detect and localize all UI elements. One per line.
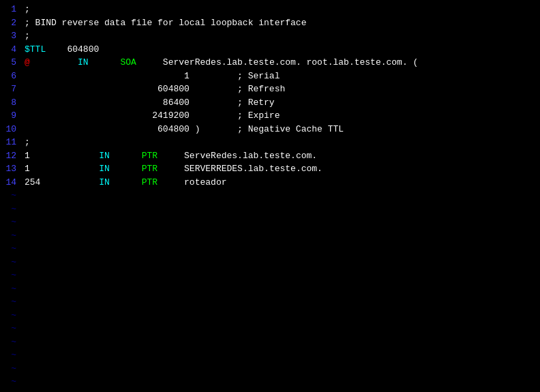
code-line: 1 ; Serial [25, 70, 537, 83]
line-numbers: 1234567891011121314~~~~~~~~~~~~~~~~~~~~~… [0, 0, 19, 392]
code-line: ; BIND reverse data file for local loopb… [25, 16, 537, 30]
empty-code-line [25, 348, 537, 362]
empty-line-number: ~ [3, 375, 16, 389]
code-content[interactable]: ;; BIND reverse data file for local loop… [19, 0, 540, 392]
empty-code-line [25, 202, 537, 216]
line-number: 1 [3, 3, 16, 16]
code-line: 1 IN PTR SERVERREDES.lab.teste.com. [25, 162, 537, 176]
empty-line-number: ~ [3, 202, 16, 216]
empty-line-number: ~ [3, 229, 16, 243]
code-editor: 1234567891011121314~~~~~~~~~~~~~~~~~~~~~… [0, 0, 540, 392]
line-number: 8 [3, 96, 16, 110]
line-number: 4 [3, 43, 16, 57]
line-number: 14 [3, 176, 16, 190]
empty-line-number: ~ [3, 335, 16, 349]
empty-line-number: ~ [3, 322, 16, 335]
empty-code-line [25, 322, 537, 335]
code-line: 604800 ) ; Negative Cache TTL [25, 123, 537, 136]
empty-line-number: ~ [3, 348, 16, 362]
empty-code-line [25, 295, 537, 309]
code-line: ; [25, 29, 537, 43]
code-line: 86400 ; Retry [25, 96, 537, 110]
empty-code-line [25, 215, 537, 229]
code-line: 1 IN PTR ServeRedes.lab.teste.com. [25, 149, 537, 163]
line-number: 13 [3, 162, 16, 176]
line-number: 2 [3, 16, 16, 30]
code-line: $TTL 604800 [25, 43, 537, 57]
code-line: @ IN SOA ServerRedes.lab.teste.com. root… [25, 56, 537, 70]
empty-line-number: ~ [3, 242, 16, 256]
empty-code-line [25, 269, 537, 282]
line-number: 6 [3, 70, 16, 83]
code-line: 604800 ; Refresh [25, 82, 537, 96]
line-number: 12 [3, 149, 16, 163]
line-number: 3 [3, 29, 16, 43]
empty-code-line [25, 389, 537, 393]
line-number: 9 [3, 109, 16, 123]
code-line: ; [25, 136, 537, 149]
empty-line-number: ~ [3, 189, 16, 202]
empty-code-line [25, 242, 537, 256]
empty-line-number: ~ [3, 282, 16, 296]
empty-line-number: ~ [3, 215, 16, 229]
empty-line-number: ~ [3, 362, 16, 376]
line-number: 11 [3, 136, 16, 149]
code-line: 2419200 ; Expire [25, 109, 537, 123]
empty-code-line [25, 282, 537, 296]
line-number: 10 [3, 123, 16, 136]
empty-line-number: ~ [3, 309, 16, 322]
empty-code-line [25, 229, 537, 243]
empty-line-number: ~ [3, 389, 16, 393]
line-number: 7 [3, 82, 16, 96]
empty-line-number: ~ [3, 295, 16, 309]
empty-code-line [25, 375, 537, 389]
empty-line-number: ~ [3, 269, 16, 282]
code-line: ; [25, 3, 537, 16]
empty-code-line [25, 309, 537, 322]
empty-line-number: ~ [3, 256, 16, 269]
empty-code-line [25, 256, 537, 269]
empty-code-line [25, 335, 537, 349]
empty-code-line [25, 362, 537, 376]
empty-code-line [25, 189, 537, 202]
line-number: 5 [3, 56, 16, 70]
code-line: 254 IN PTR roteador [25, 176, 537, 190]
